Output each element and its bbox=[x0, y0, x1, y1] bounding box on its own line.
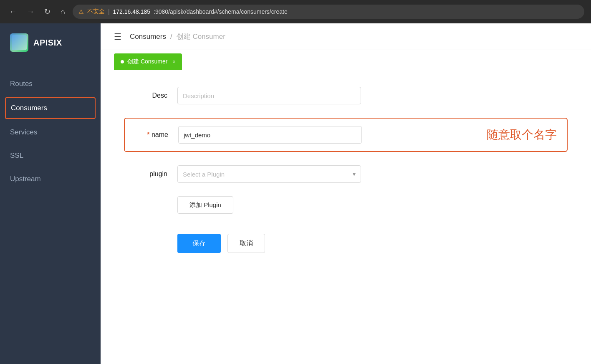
home-button[interactable]: ⌂ bbox=[58, 6, 68, 17]
desc-row: Desc bbox=[134, 87, 558, 104]
desc-label: Desc bbox=[134, 92, 167, 99]
plugin-label: plugin bbox=[134, 170, 167, 178]
plugin-select-placeholder: Select a Plugin bbox=[183, 171, 225, 178]
security-warning-icon: ⚠ bbox=[78, 8, 84, 15]
main-header: ☰ Consumers / 创建 Consumer bbox=[101, 23, 591, 50]
app-container: APISIX Routes Consumers Services SSL Ups… bbox=[0, 23, 591, 364]
name-row-wrapper: name 随意取个名字 bbox=[124, 118, 568, 152]
name-row: name 随意取个名字 bbox=[135, 126, 557, 144]
reload-button[interactable]: ↻ bbox=[42, 6, 53, 17]
security-text: 不安全 bbox=[87, 8, 105, 15]
logo-text: APISIX bbox=[33, 38, 62, 48]
sidebar-item-ssl[interactable]: SSL bbox=[0, 144, 101, 167]
breadcrumb-root[interactable]: Consumers bbox=[130, 33, 166, 41]
name-label: name bbox=[135, 131, 168, 139]
tab-close-icon[interactable]: × bbox=[172, 59, 175, 65]
save-button[interactable]: 保存 bbox=[177, 234, 221, 253]
breadcrumb-separator: / bbox=[170, 33, 172, 41]
tab-label: 创建 Consumer bbox=[127, 58, 167, 66]
breadcrumb-current: 创建 Consumer bbox=[177, 32, 225, 41]
name-input[interactable] bbox=[178, 126, 362, 144]
add-plugin-button[interactable]: 添加 Plugin bbox=[177, 196, 233, 214]
browser-chrome: ← → ↻ ⌂ ⚠ 不安全 | 172.16.48.185 :9080/apis… bbox=[0, 0, 591, 23]
back-button[interactable]: ← bbox=[7, 6, 19, 17]
url-host: 172.16.48.185 bbox=[113, 8, 151, 15]
sidebar-logo: APISIX bbox=[0, 23, 101, 62]
action-buttons: 保存 取消 bbox=[177, 234, 558, 253]
hamburger-icon[interactable]: ☰ bbox=[114, 32, 121, 42]
sidebar: APISIX Routes Consumers Services SSL Ups… bbox=[0, 23, 101, 364]
chevron-down-icon: ▾ bbox=[353, 171, 356, 177]
name-annotation: 随意取个名字 bbox=[487, 127, 557, 143]
url-path: :9080/apisix/dashboard#/schema/consumers… bbox=[154, 8, 288, 15]
breadcrumb: Consumers / 创建 Consumer bbox=[130, 32, 225, 41]
sidebar-nav: Routes Consumers Services SSL Upstream bbox=[0, 62, 101, 201]
url-separator: | bbox=[108, 8, 110, 15]
sidebar-item-routes[interactable]: Routes bbox=[0, 72, 101, 96]
address-bar[interactable]: ⚠ 不安全 | 172.16.48.185 :9080/apisix/dashb… bbox=[73, 5, 584, 19]
sidebar-item-services[interactable]: Services bbox=[0, 121, 101, 144]
sidebar-item-consumers[interactable]: Consumers bbox=[5, 97, 96, 119]
main-content: ☰ Consumers / 创建 Consumer 创建 Consumer × … bbox=[101, 23, 591, 364]
forward-button[interactable]: → bbox=[24, 6, 37, 17]
tab-create-consumer[interactable]: 创建 Consumer × bbox=[114, 53, 182, 70]
plugin-row: plugin Select a Plugin ▾ bbox=[134, 165, 558, 183]
cancel-button[interactable]: 取消 bbox=[227, 234, 265, 253]
desc-input[interactable] bbox=[177, 87, 361, 104]
add-plugin-row: 添加 Plugin bbox=[134, 196, 558, 227]
tab-bar: 创建 Consumer × bbox=[101, 50, 591, 70]
form-area: Desc name 随意取个名字 plugin Select a Plugin … bbox=[101, 70, 591, 364]
logo-icon bbox=[10, 33, 28, 52]
plugin-select[interactable]: Select a Plugin ▾ bbox=[177, 165, 361, 183]
sidebar-item-upstream[interactable]: Upstream bbox=[0, 167, 101, 191]
tab-dot bbox=[121, 60, 124, 63]
